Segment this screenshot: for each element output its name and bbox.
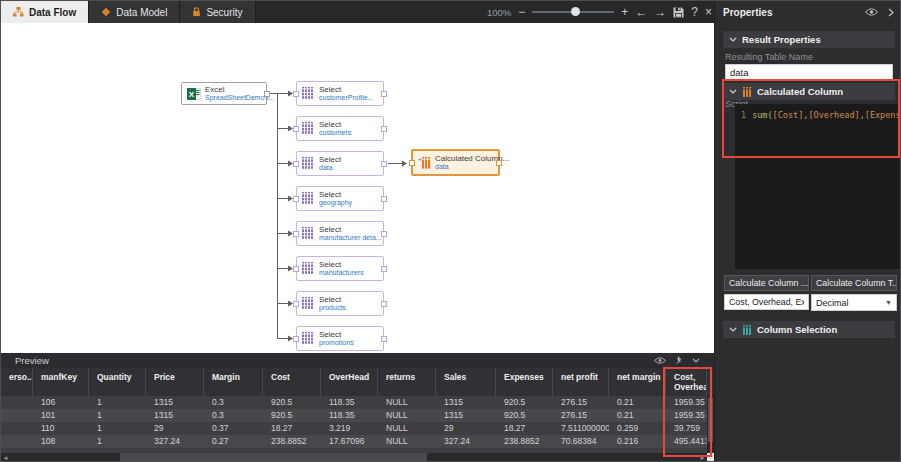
select-node[interactable]: Select products: [296, 291, 384, 316]
select-node[interactable]: Select geography: [296, 186, 384, 211]
excel-source-node[interactable]: X Excel SpreadSheetDemo I...: [181, 82, 267, 105]
calculate-column-name-header[interactable]: Calculate Column ...: [724, 275, 809, 291]
forward-button[interactable]: →: [654, 6, 666, 18]
table-cell: 108: [33, 435, 89, 448]
chevron-down-icon: [729, 37, 737, 42]
select-node[interactable]: Select manufacturer deta...: [296, 221, 384, 246]
zoom-slider-handle[interactable]: [571, 7, 580, 16]
select-value: Decimal: [816, 298, 849, 308]
select-node[interactable]: Select data: [296, 151, 384, 176]
result-properties-section[interactable]: Result Properties: [723, 31, 895, 48]
column-header[interactable]: returns: [378, 368, 436, 396]
calculate-column-type-header[interactable]: Calculate Column T...: [811, 275, 897, 291]
scrollbar-track[interactable]: [10, 453, 698, 462]
scrollbar-thumb[interactable]: [708, 398, 713, 442]
column-header[interactable]: Cost, Overhead,...: [666, 368, 707, 396]
input-port[interactable]: [293, 161, 299, 167]
table-row[interactable]: 101113150.3920.5118.35NULL1315920.5276.1…: [1, 409, 714, 422]
column-header[interactable]: manfKey: [33, 368, 89, 396]
table-cell: 238.8852: [496, 435, 553, 448]
column-header[interactable]: OverHead: [321, 368, 378, 396]
table-cell: 495.44136: [666, 435, 707, 448]
pin-icon[interactable]: [675, 356, 683, 365]
vertical-scrollbar[interactable]: [707, 396, 714, 453]
input-port[interactable]: [293, 301, 299, 307]
input-port[interactable]: [293, 196, 299, 202]
eye-icon[interactable]: [865, 8, 878, 16]
tab-data-model[interactable]: Data Model: [89, 1, 180, 23]
calculated-column-node[interactable]: + Calculated Column... data: [411, 149, 500, 176]
table-row[interactable]: 1101290.3718.273.219NULL2918.277.5110000…: [1, 422, 714, 435]
horizontal-scrollbar[interactable]: ◄ ►: [1, 453, 707, 462]
node-text: Select customerProfile...: [319, 85, 373, 102]
output-port[interactable]: [381, 301, 387, 307]
column-header[interactable]: erso...: [1, 368, 33, 396]
input-port[interactable]: [293, 231, 299, 237]
tab-security[interactable]: Security: [180, 1, 255, 23]
script-editor[interactable]: 1sum([Cost],[Overhead],[Expenses]): [735, 104, 901, 269]
output-port[interactable]: [381, 266, 387, 272]
output-port[interactable]: [381, 336, 387, 342]
table-cell: 920.5: [496, 409, 553, 422]
input-port[interactable]: [293, 91, 299, 97]
table-row[interactable]: 1081327.240.27238.885217.67096NULL327.24…: [1, 435, 714, 448]
node-subtitle: manufacturers: [319, 269, 364, 277]
select-node[interactable]: Select manufacturers: [296, 256, 384, 281]
select-node[interactable]: Select promotions: [296, 326, 384, 351]
output-port[interactable]: [381, 161, 387, 167]
input-port[interactable]: [293, 266, 299, 272]
zoom-out-button[interactable]: −: [518, 6, 525, 18]
column-header[interactable]: Cost: [263, 368, 321, 396]
column-header[interactable]: Margin: [204, 368, 263, 396]
column-header[interactable]: net profit: [553, 368, 609, 396]
node-title: Select: [319, 225, 382, 234]
input-port[interactable]: [293, 336, 299, 342]
node-text: Select customers: [319, 120, 351, 137]
node-subtitle: customers: [319, 129, 351, 137]
tab-data-flow[interactable]: Data Flow: [1, 1, 89, 23]
zoom-slider[interactable]: [532, 7, 614, 17]
output-port[interactable]: [381, 231, 387, 237]
output-port[interactable]: [496, 160, 502, 166]
output-port[interactable]: [381, 126, 387, 132]
scroll-left-arrow[interactable]: ◄: [1, 455, 10, 461]
column-header[interactable]: Sales: [436, 368, 496, 396]
calculated-column-section[interactable]: Calculated Column: [723, 83, 895, 100]
calc-column-name-input[interactable]: [724, 294, 809, 310]
flow-canvas[interactable]: X Excel SpreadSheetDemo I... Select cust…: [1, 23, 714, 353]
table-row[interactable]: 106113150.3920.5118.35NULL1315920.5276.1…: [1, 396, 714, 409]
output-port[interactable]: [381, 196, 387, 202]
table-name-input[interactable]: [725, 64, 893, 80]
column-selection-section[interactable]: Column Selection: [723, 321, 895, 338]
calc-column-type-select[interactable]: Decimal ▼: [811, 294, 897, 311]
output-port[interactable]: [264, 91, 270, 97]
table-cell: 0.216: [609, 435, 666, 448]
close-button[interactable]: ×: [705, 6, 712, 18]
chevron-down-icon[interactable]: [692, 358, 700, 363]
column-header[interactable]: Price: [146, 368, 204, 396]
zoom-in-button[interactable]: +: [621, 6, 628, 18]
node-title: Select: [319, 295, 346, 304]
input-port[interactable]: [409, 160, 415, 166]
node-text: Select geography: [319, 190, 352, 207]
select-node[interactable]: Select customerProfile...: [296, 81, 384, 106]
eye-icon[interactable]: [654, 357, 666, 364]
tab-label: Data Model: [116, 7, 167, 18]
column-header[interactable]: Quantity: [89, 368, 146, 396]
select-node-icon: [302, 122, 315, 135]
column-header[interactable]: net margin: [609, 368, 666, 396]
lock-icon: [192, 7, 201, 17]
output-port[interactable]: [381, 91, 387, 97]
table-cell: 29: [146, 422, 204, 435]
scrollbar-thumb[interactable]: [120, 453, 427, 462]
column-header[interactable]: Expenses: [496, 368, 553, 396]
scroll-right-arrow[interactable]: ►: [698, 455, 707, 461]
help-button[interactable]: ?: [691, 6, 698, 18]
script-line: 1sum([Cost],[Overhead],[Expenses]): [735, 104, 901, 120]
back-button[interactable]: ←: [635, 6, 647, 18]
table-cell: NULL: [378, 422, 436, 435]
save-icon[interactable]: [673, 7, 684, 18]
select-node[interactable]: Select customers: [296, 116, 384, 141]
collapse-panel-icon[interactable]: [888, 8, 894, 17]
input-port[interactable]: [293, 126, 299, 132]
